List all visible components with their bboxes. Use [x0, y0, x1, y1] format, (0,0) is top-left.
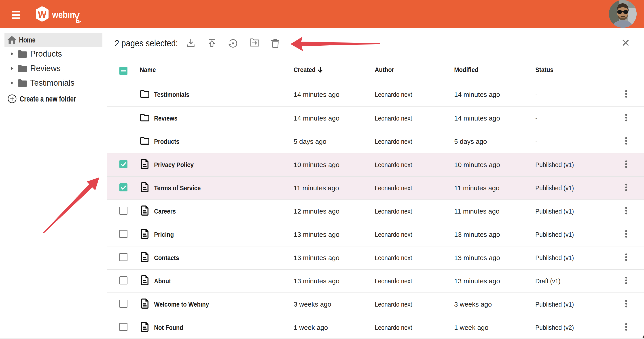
- svg-text:w: w: [38, 6, 46, 20]
